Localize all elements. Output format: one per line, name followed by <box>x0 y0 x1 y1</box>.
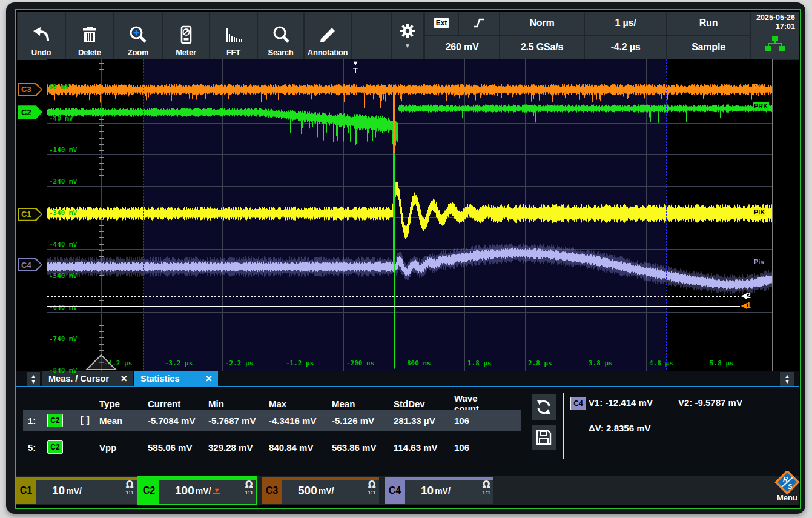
tab-close-icon[interactable]: × <box>120 373 127 385</box>
y-axis-label: -340 mV <box>49 209 77 217</box>
y-axis-label: 60 mV <box>49 83 69 91</box>
channel-unit: mV/ <box>66 486 82 496</box>
x-axis-label: 800 ns <box>407 359 431 367</box>
statistics-row-1[interactable]: 1: C2 [] Mean -5.7084 mV -5.7687 mV -4.3… <box>23 410 521 431</box>
col-min: Min <box>208 399 269 409</box>
tab-underline <box>16 386 799 387</box>
zoom-button[interactable]: Zoom <box>114 12 162 60</box>
coupling-ohm-icon: Ω <box>368 480 376 489</box>
trigger-time-marker[interactable]: ▼ T <box>351 60 360 75</box>
cursor-marker[interactable]: ◀2 <box>741 291 751 300</box>
settings-button[interactable]: ▼ <box>392 12 423 60</box>
meas-count: 106 <box>454 442 503 453</box>
channel-scale: 500 <box>298 484 317 497</box>
h-position-cell[interactable]: -4.2 µs <box>585 36 666 59</box>
fft-button[interactable]: FFT <box>210 12 257 60</box>
tabbar-collapse-button-right[interactable]: ▲▼ <box>780 372 794 387</box>
acq-state-cell[interactable]: Run <box>667 12 750 35</box>
y-axis-label: -540 mV <box>49 272 77 280</box>
channel-color-strip <box>36 477 137 480</box>
tab-close-icon[interactable]: × <box>205 373 212 385</box>
annotation-button[interactable]: Annotation <box>305 12 351 60</box>
search-icon <box>271 25 291 45</box>
trace-edge-label: PRK <box>753 102 769 110</box>
trigger-level-cell[interactable]: 260 mV <box>425 36 499 59</box>
x-axis-label: 1.8 µs <box>467 359 492 367</box>
menu-button[interactable]: RS Menu <box>774 471 800 504</box>
x-axis-label: 4.8 µs <box>649 359 673 367</box>
channel-unit: mV/ <box>435 486 451 496</box>
tabbar-collapse-button-left[interactable]: ▲▼ <box>27 372 40 387</box>
x-axis-label: 2.8 µs <box>528 359 552 367</box>
voltage-cursor-line[interactable] <box>47 296 740 297</box>
datetime-cell[interactable]: 2025-05-26 17:01 <box>751 12 799 59</box>
row-index: 5: <box>23 442 47 453</box>
undo-button[interactable]: Undo <box>18 12 65 60</box>
trigger-slope-cell[interactable] <box>459 12 499 35</box>
statistics-row-5[interactable]: 5: C2 Vpp 585.06 mV 329.28 mV 840.84 mV … <box>23 437 521 457</box>
channel-bar: C1 10mV/ Ω1:1 C2 100mV/ ▼ Ω1:1 C3 500mV/… <box>16 476 799 505</box>
sample-rate-cell[interactable]: 2.5 GSa/s <box>500 36 584 59</box>
channel-color-strip <box>282 477 379 480</box>
meter-label: Meter <box>176 48 196 57</box>
trigger-position-marker[interactable] <box>85 354 117 371</box>
acq-mode-cell[interactable]: Sample <box>667 36 750 59</box>
delete-button[interactable]: Delete <box>66 12 113 60</box>
cursor-v1-value: V1: -12.414 mV <box>589 397 653 408</box>
panel-divider <box>563 393 564 459</box>
meter-icon <box>176 25 196 45</box>
col-type: Type <box>99 399 148 409</box>
cursor-marker[interactable]: ◀1 <box>741 301 751 310</box>
gate-brackets-icon: [] <box>79 414 99 427</box>
search-button[interactable]: Search <box>258 12 303 60</box>
tab-statistics[interactable]: Statistics × <box>134 371 218 386</box>
save-statistics-button[interactable] <box>532 425 556 450</box>
time-value: 17:01 <box>776 22 795 32</box>
channel-block-c2[interactable]: C2 100mV/ ▼ Ω1:1 <box>139 477 256 504</box>
channel-block-c3[interactable]: C3 500mV/ Ω1:1 <box>262 477 379 504</box>
channel-badge-c2: C2 <box>139 477 159 504</box>
probe-ratio: 1:1 <box>368 489 376 496</box>
svg-text:S: S <box>788 483 793 490</box>
acq-mode-value: Sample <box>692 42 725 53</box>
trace-edge-label: Pis <box>753 83 765 90</box>
zoom-label: Zoom <box>128 48 149 57</box>
reset-statistics-button[interactable] <box>532 394 556 420</box>
y-axis-label: -640 mV <box>49 304 77 311</box>
meter-button[interactable]: Meter <box>163 12 209 60</box>
channel-indicator-label: C4 <box>18 261 31 270</box>
probe-ratio: 1:1 <box>125 489 134 496</box>
channel-scale: 10 <box>52 484 65 497</box>
timebase-cell[interactable]: 1 µs/ <box>585 12 666 35</box>
trigger-mode-value: Norm <box>530 18 555 28</box>
oscilloscope-screen: Undo Delete Zoom Meter FFT Search Annota… <box>0 0 812 518</box>
waveform-plot[interactable]: 60 mV-40 mV-140 mV-240 mV-340 mV-440 mV-… <box>47 59 772 371</box>
channel-unit: mV/ <box>319 486 334 496</box>
channel-scale: 10 <box>421 484 434 497</box>
trigger-source-cell[interactable]: Ext <box>425 12 458 35</box>
trash-icon <box>79 25 100 45</box>
cursor-v2-value: V2: -9.5787 mV <box>678 397 742 408</box>
channel-badge-c2: C2 <box>47 440 63 454</box>
voltage-cursor-line[interactable] <box>47 306 740 307</box>
channel-indicator-label: C1 <box>18 210 31 219</box>
y-axis-label: -740 mV <box>49 335 77 343</box>
undo-label: Undo <box>31 48 51 57</box>
probe-ratio: 1:1 <box>245 489 253 496</box>
y-axis-label: -140 mV <box>49 146 77 154</box>
gate-cursor-line[interactable] <box>666 59 667 371</box>
date-value: 2025-05-26 <box>756 13 795 22</box>
gate-cursor-line[interactable] <box>143 59 144 371</box>
channel-block-c1[interactable]: C1 10mV/ Ω1:1 <box>16 477 137 504</box>
channel-badge-c3: C3 <box>262 477 282 504</box>
waveform-canvas[interactable] <box>47 59 772 371</box>
meas-min: 329.28 mV <box>208 442 269 453</box>
trigger-level-value: 260 mV <box>446 42 479 53</box>
trigger-level-marker-icon: ▼ <box>213 487 220 494</box>
down-triangle-icon: ▼ <box>785 379 790 385</box>
row-index: 1: <box>23 416 47 426</box>
x-axis-label: -2.2 µs <box>225 359 253 367</box>
channel-block-c4[interactable]: C4 10mV/ Ω1:1 <box>385 477 493 504</box>
undo-icon <box>31 25 51 45</box>
trigger-mode-cell[interactable]: Norm <box>500 12 584 35</box>
